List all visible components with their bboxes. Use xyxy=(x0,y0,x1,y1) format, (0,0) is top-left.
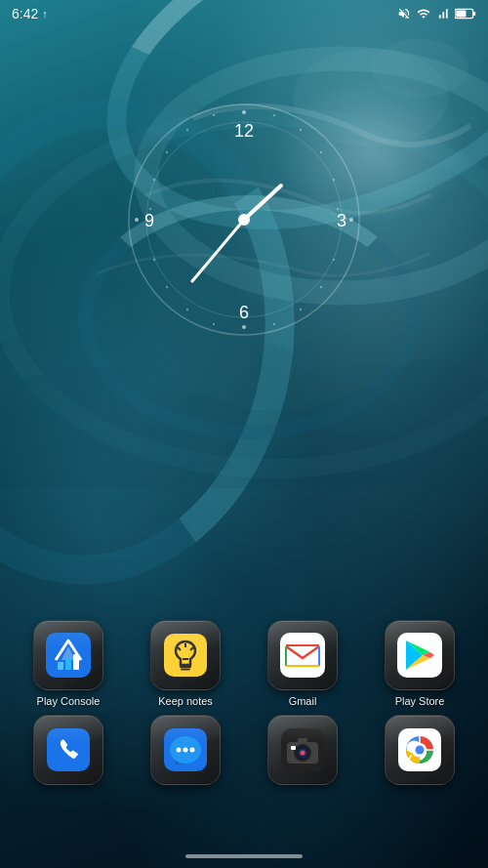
svg-point-58 xyxy=(183,748,188,753)
svg-point-14 xyxy=(300,129,302,131)
signal-icon xyxy=(436,7,450,21)
svg-point-9 xyxy=(242,110,246,114)
wifi-icon xyxy=(416,7,431,21)
messages-icon xyxy=(164,728,207,771)
svg-rect-48 xyxy=(286,644,319,647)
svg-line-35 xyxy=(244,186,281,220)
upload-icon: ↑ xyxy=(42,8,48,20)
svg-rect-41 xyxy=(65,658,71,670)
status-time: 6:42 ↑ xyxy=(12,6,48,21)
svg-text:3: 3 xyxy=(337,211,346,230)
time-display: 6:42 xyxy=(12,6,38,21)
svg-point-28 xyxy=(166,151,168,153)
keep-notes-icon xyxy=(164,634,207,677)
play-console-label: Play Console xyxy=(37,695,101,707)
app-row-2: Phone Messages xyxy=(10,715,478,802)
svg-rect-6 xyxy=(456,11,466,18)
home-indicator[interactable] xyxy=(185,854,303,858)
svg-point-26 xyxy=(149,208,151,210)
app-item-phone[interactable]: Phone xyxy=(20,715,117,802)
svg-point-19 xyxy=(320,286,322,288)
clock-face: 12 3 6 9 xyxy=(122,98,366,342)
svg-point-24 xyxy=(166,286,168,288)
clock-widget[interactable]: 12 3 6 9 xyxy=(122,98,366,342)
mute-icon xyxy=(397,7,411,21)
play-console-icon-wrapper[interactable] xyxy=(33,620,103,690)
play-store-icon-wrapper[interactable] xyxy=(385,620,455,690)
keep-notes-label: Keep notes xyxy=(158,695,213,707)
keep-notes-icon-wrapper[interactable] xyxy=(150,620,221,690)
svg-rect-5 xyxy=(473,12,475,16)
app-row-1: Play Console Keep notes xyxy=(10,620,478,707)
app-item-messages[interactable]: Messages xyxy=(137,715,234,802)
svg-point-29 xyxy=(186,129,188,131)
svg-text:6: 6 xyxy=(239,303,249,322)
messages-icon-wrapper[interactable] xyxy=(150,715,221,785)
svg-rect-68 xyxy=(298,738,307,743)
svg-point-13 xyxy=(273,114,275,116)
svg-point-18 xyxy=(333,259,335,261)
svg-point-66 xyxy=(301,751,305,756)
svg-point-57 xyxy=(177,748,182,753)
svg-point-21 xyxy=(273,323,275,325)
camera-icon xyxy=(281,728,324,771)
svg-point-3 xyxy=(371,39,468,98)
svg-point-16 xyxy=(333,179,335,181)
svg-point-20 xyxy=(300,309,302,310)
svg-text:9: 9 xyxy=(144,211,154,230)
svg-point-37 xyxy=(238,214,250,226)
svg-point-23 xyxy=(186,309,188,310)
svg-point-12 xyxy=(135,218,139,222)
svg-line-36 xyxy=(192,220,244,281)
svg-rect-67 xyxy=(291,746,296,750)
chrome-icon-wrapper[interactable] xyxy=(385,715,455,785)
status-icons xyxy=(397,7,476,21)
svg-point-11 xyxy=(242,325,246,329)
svg-rect-54 xyxy=(47,728,90,771)
app-item-keep-notes[interactable]: Keep notes xyxy=(137,620,234,707)
status-bar: 6:42 ↑ xyxy=(0,0,488,27)
app-item-gmail[interactable]: Gmail xyxy=(254,620,351,707)
app-grid: Play Console Keep notes xyxy=(0,620,488,809)
svg-rect-42 xyxy=(73,654,79,670)
gmail-icon xyxy=(280,633,325,678)
svg-point-71 xyxy=(416,746,425,755)
svg-point-25 xyxy=(153,259,155,261)
phone-icon-wrapper[interactable] xyxy=(33,715,103,785)
svg-point-30 xyxy=(213,114,215,116)
svg-point-27 xyxy=(153,179,155,181)
phone-icon xyxy=(47,728,90,771)
play-console-icon xyxy=(46,633,91,678)
app-item-play-console[interactable]: Play Console xyxy=(20,620,117,707)
app-item-chrome[interactable]: Chrome xyxy=(371,715,468,802)
svg-point-10 xyxy=(349,218,353,222)
battery-icon xyxy=(455,8,476,20)
svg-point-22 xyxy=(213,323,215,325)
gmail-icon-wrapper[interactable] xyxy=(267,620,338,690)
app-item-play-store[interactable]: Play Store xyxy=(371,620,468,707)
play-store-label: Play Store xyxy=(395,695,445,707)
svg-point-59 xyxy=(190,748,195,753)
chrome-icon xyxy=(398,728,441,771)
svg-rect-40 xyxy=(58,662,63,670)
camera-icon-wrapper[interactable] xyxy=(267,715,338,785)
svg-text:12: 12 xyxy=(234,121,254,141)
gmail-label: Gmail xyxy=(289,695,317,707)
play-store-icon xyxy=(397,633,442,678)
svg-point-17 xyxy=(337,208,339,210)
svg-point-15 xyxy=(320,151,322,153)
app-item-camera[interactable]: Camera xyxy=(254,715,351,802)
